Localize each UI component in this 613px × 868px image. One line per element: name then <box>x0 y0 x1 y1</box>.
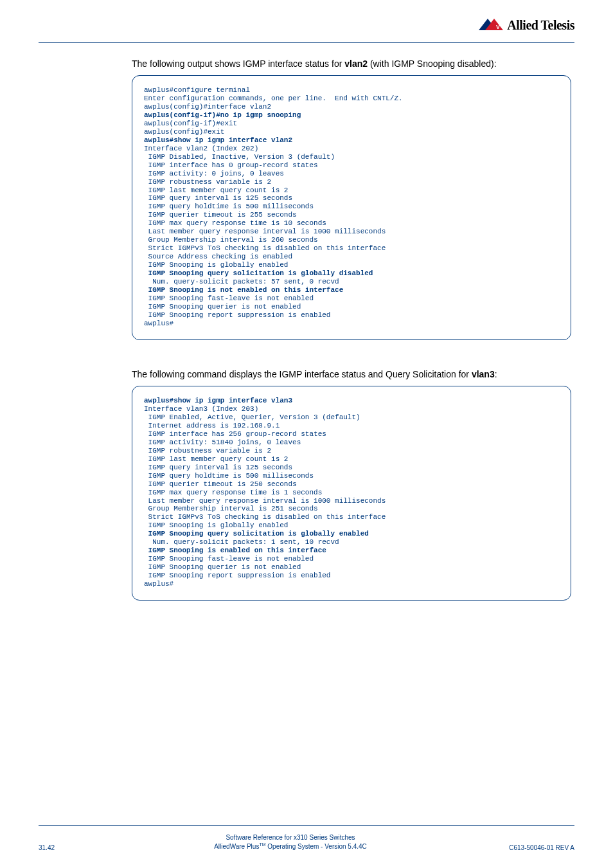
t2-l2: Interface vlan3 (Index 203) <box>144 405 258 413</box>
intro-paragraph-1: The following output shows IGMP interfac… <box>132 58 571 70</box>
footer-rule <box>39 825 574 826</box>
t1-l6: awplus(config)#exit <box>144 128 224 136</box>
t1-l4: awplus(config-if)#no ip igmp snooping <box>144 111 301 119</box>
intro1-text-a: The following output shows IGMP interfac… <box>132 59 344 69</box>
intro2-bold: vlan3 <box>472 369 495 379</box>
t2-l1: awplus#show ip igmp interface vlan3 <box>144 397 292 404</box>
t1-l17: IGMP max query response time is 10 secon… <box>144 219 326 227</box>
footer-line1: Software Reference for x310 Series Switc… <box>90 833 491 842</box>
intro2-text-a: The following command displays the IGMP … <box>132 369 472 379</box>
terminal-output-2: awplus#show ip igmp interface vlan3 Inte… <box>132 386 571 601</box>
t2-l21: IGMP Snooping querier is not enabled <box>144 563 301 571</box>
footer-line2: AlliedWare PlusTM Operating System - Ver… <box>90 842 491 851</box>
t1-l5: awplus(config-if)#exit <box>144 120 237 127</box>
t2-l22: IGMP Snooping report suppression is enab… <box>144 572 330 579</box>
t2-l17: IGMP Snooping query solicitation is glob… <box>144 530 369 538</box>
t2-l3: IGMP Enabled, Active, Querier, Version 3… <box>144 413 360 421</box>
t2-l16: IGMP Snooping is globally enabled <box>144 521 288 529</box>
t2-l12: IGMP max query response time is 1 second… <box>144 489 322 496</box>
intro2-text-b: : <box>495 369 497 379</box>
t1-l24: Num. query-solicit packets: 57 sent, 0 r… <box>144 278 339 285</box>
t2-l13: Last member query response interval is 1… <box>144 497 386 505</box>
t1-l29: awplus# <box>144 320 173 327</box>
t1-l25: IGMP Snooping is not enabled on this int… <box>144 286 343 294</box>
intro1-text-b: (with IGMP Snooping disabled): <box>368 59 497 69</box>
logo: V Allied Telesis <box>479 18 574 33</box>
spacer <box>132 340 571 368</box>
t1-l27: IGMP Snooping querier is not enabled <box>144 303 301 311</box>
terminal-output-1: awplus#configure terminal Enter configur… <box>132 75 571 340</box>
t2-l15: Strict IGMPv3 ToS checking is disabled o… <box>144 513 386 521</box>
intro1-bold: vlan2 <box>344 59 368 69</box>
t2-l20: IGMP Snooping fast-leave is not enabled <box>144 555 314 563</box>
t1-l14: IGMP query interval is 125 seconds <box>144 194 292 202</box>
t1-l22: IGMP Snooping is globally enabled <box>144 261 288 269</box>
t1-l8: Interface vlan2 (Index 202) <box>144 145 258 152</box>
t2-l10: IGMP query holdtime is 500 milliseconds <box>144 472 314 480</box>
t2-l14: Group Membership interval is 251 seconds <box>144 505 318 512</box>
t1-l15: IGMP query holdtime is 500 milliseconds <box>144 203 314 210</box>
footer-center: Software Reference for x310 Series Switc… <box>90 833 491 851</box>
footer: 31.42 Software Reference for x310 Series… <box>39 833 574 851</box>
t1-l11: IGMP activity: 0 joins, 0 leaves <box>144 170 284 177</box>
footer-tm: TM <box>259 842 265 847</box>
logo-mark-icon: V <box>479 19 503 33</box>
footer-line2b: Operating System - Version 5.4.4C <box>266 844 367 851</box>
t2-l7: IGMP robustness variable is 2 <box>144 447 271 455</box>
intro-paragraph-2: The following command displays the IGMP … <box>132 368 571 381</box>
content-area: The following output shows IGMP interfac… <box>132 58 571 601</box>
t1-l7: awplus#show ip igmp interface vlan2 <box>144 136 292 144</box>
t2-l9: IGMP query interval is 125 seconds <box>144 464 292 471</box>
t2-l19: IGMP Snooping is enabled on this interfa… <box>144 547 326 554</box>
page: V Allied Telesis The following output sh… <box>0 0 613 868</box>
t1-l10: IGMP interface has 0 group-record states <box>144 161 318 169</box>
header-logo: V Allied Telesis <box>479 18 574 33</box>
t2-l6: IGMP activity: 51840 joins, 0 leaves <box>144 439 301 446</box>
t1-l20: Strict IGMPv3 ToS checking is disabled o… <box>144 244 386 252</box>
page-number: 31.42 <box>39 844 90 851</box>
header-rule <box>39 42 574 43</box>
t2-l5: IGMP interface has 256 group-record stat… <box>144 430 326 438</box>
t1-l28: IGMP Snooping report suppression is enab… <box>144 311 330 319</box>
t2-l23: awplus# <box>144 580 173 588</box>
t1-l19: Group Membership interval is 260 seconds <box>144 236 318 244</box>
t2-l18: Num. query-solicit packets: 1 sent, 10 r… <box>144 538 339 546</box>
t1-l2: Enter configuration commands, one per li… <box>144 95 403 102</box>
t1-l16: IGMP querier timeout is 255 seconds <box>144 211 297 219</box>
t1-l12: IGMP robustness variable is 2 <box>144 178 271 186</box>
t1-l9: IGMP Disabled, Inactive, Version 3 (defa… <box>144 153 335 161</box>
footer-rev: C613-50046-01 REV A <box>491 844 574 851</box>
brand-text: Allied Telesis <box>507 18 574 33</box>
t1-l1: awplus#configure terminal <box>144 86 250 94</box>
t2-l11: IGMP querier timeout is 250 seconds <box>144 480 297 488</box>
t1-l21: Source Address checking is enabled <box>144 253 292 260</box>
t1-l18: Last member query response interval is 1… <box>144 228 386 235</box>
footer-line2a: AlliedWare Plus <box>214 844 259 851</box>
t1-l3: awplus(config)#interface vlan2 <box>144 103 271 111</box>
t1-l23: IGMP Snooping query solicitation is glob… <box>144 269 373 277</box>
t1-l26: IGMP Snooping fast-leave is not enabled <box>144 294 314 302</box>
t2-l8: IGMP last member query count is 2 <box>144 455 288 463</box>
svg-text:V: V <box>496 24 500 30</box>
t2-l4: Internet address is 192.168.9.1 <box>144 422 280 429</box>
t1-l13: IGMP last member query count is 2 <box>144 186 288 194</box>
